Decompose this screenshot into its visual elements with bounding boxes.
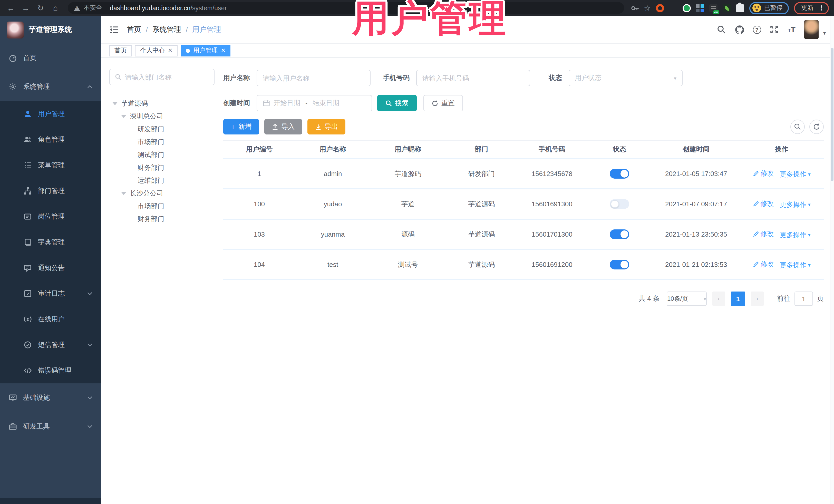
sidebar-item-audit-log[interactable]: 审计日志 (0, 281, 101, 306)
status-toggle[interactable] (610, 260, 629, 269)
more-actions-link[interactable]: 更多操作▾ (780, 170, 811, 179)
import-button[interactable]: 导入 (264, 119, 302, 134)
tree-node[interactable]: 芋道源码 (109, 97, 215, 110)
extension-icon-blue-gem[interactable] (669, 4, 678, 12)
sidebar-fold-icon[interactable] (109, 25, 118, 34)
browser-menu-icon[interactable]: ⋮ (818, 4, 825, 12)
sidebar: 芋道管理系统 首页 系统管理 用户管理 (0, 16, 101, 504)
start-date-placeholder[interactable]: 开始日期 (273, 98, 300, 108)
tree-node[interactable]: 长沙分公司 (109, 187, 215, 200)
refresh-table-button[interactable] (809, 119, 824, 134)
tab-profile[interactable]: 个人中心 ✕ (135, 45, 178, 56)
status-select[interactable]: 用户状态 ▾ (569, 70, 683, 86)
extensions-puzzle-icon[interactable] (736, 4, 744, 12)
extension-icon-leaf[interactable] (723, 4, 731, 12)
more-actions-link[interactable]: 更多操作▾ (780, 261, 811, 270)
back-icon[interactable]: ← (5, 4, 17, 12)
extension-icon-green[interactable] (683, 4, 691, 12)
tree-node[interactable]: 财务部门 (109, 161, 215, 174)
sidebar-item-sms-mgmt[interactable]: 短信管理 (0, 332, 101, 358)
add-button[interactable]: + 新增 (223, 119, 259, 134)
extension-icon-dark-on[interactable]: on (709, 4, 718, 12)
reset-button[interactable]: 重置 (423, 95, 463, 111)
next-page-button[interactable]: › (751, 291, 764, 306)
edit-link[interactable]: 修改 (753, 229, 774, 238)
tree-caret-icon[interactable] (121, 192, 126, 195)
sidebar-item-dev-tools[interactable]: 研发工具 (0, 412, 101, 441)
paused-profile-chip[interactable]: 已暂停 (749, 2, 789, 14)
github-icon[interactable] (735, 25, 744, 34)
home-icon[interactable]: ⌂ (50, 4, 61, 12)
tab-home[interactable]: 首页 (109, 45, 132, 56)
goto-page-input[interactable] (794, 291, 813, 306)
help-icon[interactable]: ? (753, 25, 761, 34)
bookmark-star-icon[interactable]: ☆ (644, 3, 651, 13)
prev-page-button[interactable]: ‹ (712, 291, 725, 306)
address-bar[interactable]: 不安全 dashboard.yudao.iocoder.cn/system/us… (68, 2, 624, 14)
sidebar-item-dict-mgmt[interactable]: 字典管理 (0, 229, 101, 255)
tree-node[interactable]: 市场部门 (109, 200, 215, 213)
password-key-icon[interactable] (631, 4, 639, 12)
tree-caret-icon[interactable] (112, 102, 117, 105)
sidebar-item-notice[interactable]: 通知公告 (0, 255, 101, 281)
sidebar-item-user-mgmt[interactable]: 用户管理 (0, 101, 101, 127)
sidebar-item-error-code[interactable]: 错误码管理 (0, 358, 101, 384)
status-toggle[interactable] (610, 229, 629, 239)
forward-icon[interactable]: → (20, 4, 31, 12)
fullscreen-icon[interactable] (770, 25, 779, 34)
tree-node[interactable]: 财务部门 (109, 213, 215, 225)
user-avatar[interactable] (804, 20, 819, 39)
mobile-input[interactable] (422, 74, 524, 82)
search-button[interactable]: 搜索 (377, 95, 417, 111)
breadcrumb-home[interactable]: 首页 (127, 25, 141, 34)
sidebar-item-system[interactable]: 系统管理 (0, 72, 101, 101)
dept-search-box[interactable] (109, 69, 215, 85)
tab-user-mgmt[interactable]: 用户管理 ✕ (181, 45, 231, 56)
sidebar-item-online-users[interactable]: 在线用户 (0, 306, 101, 332)
export-button[interactable]: 导出 (307, 119, 345, 134)
tree-caret-icon[interactable] (121, 115, 126, 118)
extension-icon-grid[interactable] (696, 4, 704, 12)
tree-node[interactable]: 运维部门 (109, 174, 215, 187)
date-range-picker[interactable]: 开始日期 - 结束日期 (257, 95, 372, 111)
page-size-select[interactable]: 10条/页 ▾ (667, 291, 707, 306)
sidebar-item-role-mgmt[interactable]: 角色管理 (0, 127, 101, 152)
tree-node[interactable]: 测试部门 (109, 148, 215, 161)
main-column: 首页 / 系统管理 / 用户管理 ? TT ▾ (101, 16, 834, 504)
extension-icon-orange[interactable] (656, 4, 664, 12)
show-search-toggle-button[interactable] (790, 119, 805, 134)
end-date-placeholder[interactable]: 结束日期 (312, 98, 339, 108)
page-scrollbar[interactable] (830, 16, 834, 504)
font-size-icon[interactable]: TT (788, 25, 795, 34)
scrollbar-thumb[interactable] (831, 48, 833, 181)
sidebar-item-home[interactable]: 首页 (0, 44, 101, 72)
app-logo-row[interactable]: 芋道管理系统 (0, 16, 101, 44)
close-icon[interactable]: ✕ (221, 47, 225, 54)
sidebar-item-menu-mgmt[interactable]: 菜单管理 (0, 152, 101, 178)
status-toggle[interactable] (610, 199, 629, 209)
reload-icon[interactable]: ↻ (35, 4, 46, 12)
announcement-icon (24, 264, 32, 272)
tree-node[interactable]: 深圳总公司 (109, 110, 215, 123)
goto-page: 前往 页 (777, 291, 824, 306)
dept-search-input[interactable] (125, 73, 209, 81)
more-actions-link[interactable]: 更多操作▾ (780, 230, 811, 239)
tree-node[interactable]: 研发部门 (109, 123, 215, 135)
page-number-1[interactable]: 1 (731, 291, 745, 306)
search-icon[interactable] (717, 25, 726, 34)
status-toggle[interactable] (610, 169, 629, 179)
edit-link[interactable]: 修改 (753, 199, 774, 208)
table-header-row: 用户编号 用户名称 用户昵称 部门 手机号码 状态 创建时间 操作 (223, 140, 824, 159)
username-input[interactable] (263, 74, 365, 82)
close-icon[interactable]: ✕ (168, 47, 172, 54)
more-actions-link[interactable]: 更多操作▾ (780, 200, 811, 209)
sidebar-item-infrastructure[interactable]: 基础设施 (0, 384, 101, 412)
sidebar-item-post-mgmt[interactable]: 岗位管理 (0, 204, 101, 229)
sidebar-item-dept-mgmt[interactable]: 部门管理 (0, 178, 101, 204)
chrome-update-button[interactable]: 更新 ⋮ (794, 2, 829, 14)
edit-link[interactable]: 修改 (753, 169, 774, 178)
tree-node[interactable]: 市场部门 (109, 135, 215, 148)
avatar-dropdown-caret-icon[interactable]: ▾ (823, 30, 826, 36)
edit-link[interactable]: 修改 (753, 259, 774, 269)
breadcrumb-system[interactable]: 系统管理 (152, 25, 181, 34)
